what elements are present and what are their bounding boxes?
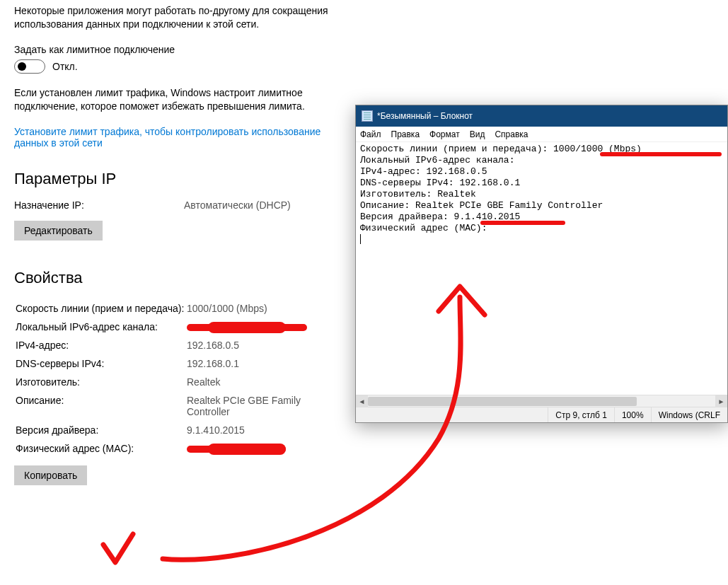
ip-assign-label: Назначение IP:	[14, 199, 184, 211]
mac-label: Физический адрес (MAC):	[16, 440, 185, 457]
dns-value: 192.168.0.1	[187, 355, 338, 372]
status-zoom: 100%	[614, 407, 651, 422]
ip-params-header: Параметры IP	[14, 170, 340, 188]
annotation-checkmark	[98, 531, 140, 573]
notepad-hscroll[interactable]: ◄ ►	[356, 395, 727, 407]
np-line: IPv4-адрес: 192.168.0.5	[360, 166, 723, 178]
status-pos: Стр 9, стлб 1	[548, 407, 614, 422]
speed-value: 1000/1000 (Mbps)	[187, 300, 338, 317]
mfr-value: Realtek	[187, 373, 338, 390]
notepad-body[interactable]: Скорость линии (прием и передача): 1000/…	[356, 142, 727, 395]
mfr-label: Изготовитель:	[16, 373, 185, 390]
settings-panel: Некоторые приложения могут работать по-д…	[0, 4, 354, 485]
redaction-mark	[600, 152, 722, 156]
notepad-window: *Безымянный – Блокнот Файл Правка Формат…	[355, 105, 728, 423]
scroll-thumb[interactable]	[368, 397, 637, 406]
edit-button[interactable]: Редактировать	[14, 221, 103, 241]
desc-value: Realtek PCIe GBE Family Controller	[187, 392, 338, 420]
notepad-statusbar: Стр 9, стлб 1 100% Windows (CRLF	[356, 407, 727, 422]
menu-file[interactable]: Файл	[360, 129, 381, 139]
props-table: Скорость линии (прием и передача): 1000/…	[14, 299, 340, 458]
menu-edit[interactable]: Правка	[391, 129, 420, 139]
metered-desc: Некоторые приложения могут работать по-д…	[14, 4, 340, 31]
ipv6-label: Локальный IPv6-адрес канала:	[16, 318, 185, 335]
np-line: Изготовитель: Realtek	[360, 189, 723, 200]
speed-label: Скорость линии (прием и передача):	[16, 300, 185, 317]
copy-button[interactable]: Копировать	[14, 465, 87, 485]
ip-assign-value: Автоматически (DHCP)	[184, 199, 291, 211]
redaction-mark	[187, 324, 307, 331]
redaction-mark	[480, 221, 565, 225]
props-header: Свойства	[14, 269, 340, 287]
set-metered-label: Задать как лимитное подключение	[14, 44, 340, 55]
np-line: Описание: Realtek PCIe GBE Family Contro…	[360, 200, 723, 212]
notepad-titlebar[interactable]: *Безымянный – Блокнот	[356, 105, 727, 127]
ipv6-value	[187, 318, 338, 335]
status-encoding: Windows (CRLF	[651, 407, 727, 422]
ipv4-label: IPv4-адрес:	[16, 337, 185, 354]
np-line: Локальный IPv6-адрес канала:	[360, 155, 723, 166]
scroll-right-icon[interactable]: ►	[715, 395, 727, 407]
menu-format[interactable]: Формат	[429, 129, 460, 139]
toggle-state: Откл.	[52, 61, 78, 72]
ipv4-value: 192.168.0.5	[187, 337, 338, 354]
desc-label: Описание:	[16, 392, 185, 420]
drv-label: Версия драйвера:	[16, 422, 185, 439]
notepad-title: *Безымянный – Блокнот	[377, 111, 473, 121]
notepad-icon	[362, 110, 373, 122]
drv-value: 9.1.410.2015	[187, 422, 338, 439]
set-limit-link[interactable]: Установите лимит трафика, чтобы контроли…	[14, 126, 340, 149]
mac-value	[187, 440, 338, 457]
menu-view[interactable]: Вид	[470, 129, 485, 139]
redaction-mark	[187, 446, 286, 453]
np-line: DNS-серверы IPv4: 192.168.0.1	[360, 178, 723, 189]
scroll-left-icon[interactable]: ◄	[356, 395, 368, 407]
dns-label: DNS-серверы IPv4:	[16, 355, 185, 372]
toggle-knob	[18, 62, 26, 71]
limit-note: Если установлен лимит трафика, Windows н…	[14, 86, 340, 113]
metered-toggle[interactable]	[14, 59, 45, 74]
np-caret-line	[360, 234, 723, 245]
menu-help[interactable]: Справка	[495, 129, 528, 139]
